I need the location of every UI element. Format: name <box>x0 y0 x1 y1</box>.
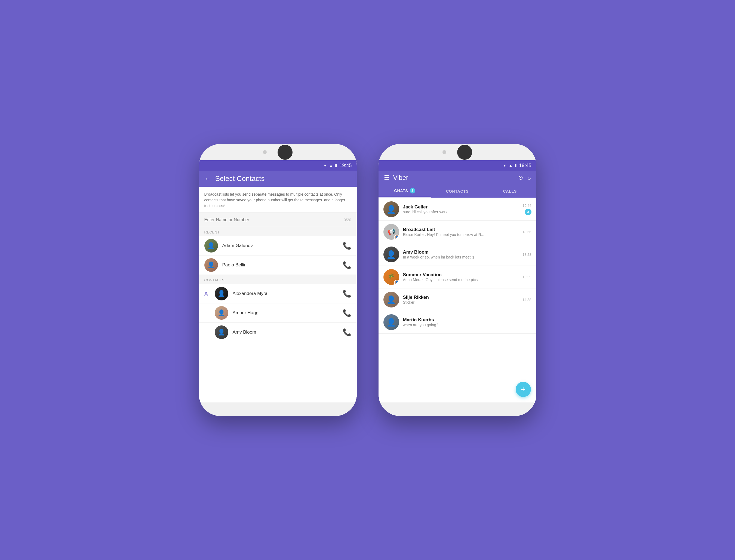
search-icon[interactable]: ⌕ <box>527 174 531 181</box>
recent-section-header: RECENT <box>199 227 357 236</box>
broadcast-name: Broadcast List <box>403 227 519 232</box>
back-button[interactable]: ← <box>204 175 211 183</box>
front-camera-2 <box>442 150 446 154</box>
status-bar-1: ▼ ▲ ▮ 19:45 <box>199 160 357 171</box>
amy-name: Amy Bloom <box>233 330 338 335</box>
broadcast-message: Eloise Koiller: Hey! I'll meet you tomor… <box>403 232 519 237</box>
phone-1: ▼ ▲ ▮ 19:45 ← Select Contacts Broadcast … <box>199 144 357 416</box>
chat-summer-vacation[interactable]: 🌴 👤 Summer Vacation Anna Meraz: Guys! pl… <box>379 266 536 288</box>
tab-contacts-label: CONTACTS <box>446 189 469 193</box>
phone-1-screen: ▼ ▲ ▮ 19:45 ← Select Contacts Broadcast … <box>199 160 357 402</box>
search-input[interactable] <box>204 217 344 222</box>
chat-list-container: 👤 Jack Geller sure, i'll call you after … <box>379 198 536 402</box>
silje-content: Silje Rikken Sticker <box>403 295 519 304</box>
recent-contact-paolo[interactable]: 👤 Paolo Bellini 📞 <box>199 256 357 275</box>
broadcast-avatar: 📢 👤 <box>383 224 399 240</box>
qr-icon[interactable]: ⊙ <box>518 174 523 181</box>
tab-contacts[interactable]: CONTACTS <box>431 185 484 198</box>
header-icons: ⊙ ⌕ <box>518 174 531 181</box>
summer-message: Anna Meraz: Guys! please send me the pic… <box>403 278 519 282</box>
phone-2-bottom <box>379 402 536 416</box>
contact-amber[interactable]: 👤 Amber Hagg 📞 <box>199 303 357 323</box>
speaker <box>278 145 293 160</box>
menu-icon[interactable]: ☰ <box>384 174 389 181</box>
adam-name: Adam Galunov <box>222 243 338 248</box>
battery-icon-2: ▮ <box>515 163 517 168</box>
amy-meta: 18:28 <box>522 253 531 257</box>
phone-1-top-bar <box>199 144 357 160</box>
chat-martin-kuerbs[interactable]: 👤 Martin Kuerbs when are you going? <box>379 311 536 334</box>
martin-message: when are you going? <box>403 323 528 327</box>
viber-icon-adam: 📞 <box>343 242 351 250</box>
jack-unread: 3 <box>525 209 531 215</box>
letter-a: A <box>204 291 210 297</box>
chat-amy-bloom[interactable]: 👤 Amy Bloom In a week or so, when im bac… <box>379 243 536 266</box>
summer-time: 16:55 <box>522 275 531 279</box>
paolo-name: Paolo Bellini <box>222 262 338 268</box>
contact-amy[interactable]: 👤 Amy Bloom 📞 <box>199 323 357 342</box>
summer-content: Summer Vacation Anna Meraz: Guys! please… <box>403 272 519 282</box>
jack-meta: 19:44 3 <box>522 204 531 215</box>
tab-calls[interactable]: CALLS <box>484 185 536 198</box>
signal-icon-2: ▲ <box>509 163 513 168</box>
viber-title: Viber <box>393 174 518 181</box>
jack-message: sure, i'll call you after work <box>403 210 519 214</box>
jack-avatar: 👤 <box>383 201 399 217</box>
amber-avatar: 👤 <box>215 306 228 320</box>
amy-chat-name: Amy Bloom <box>403 250 519 255</box>
silje-time: 14:38 <box>522 298 531 302</box>
amy-chat-avatar: 👤 <box>383 247 399 262</box>
chat-jack-geller[interactable]: 👤 Jack Geller sure, i'll call you after … <box>379 198 536 221</box>
amy-chat-message: In a week or so, when im back lets meet … <box>403 255 519 259</box>
paolo-avatar: 👤 <box>204 258 218 272</box>
search-bar[interactable]: 0/20 <box>199 213 357 227</box>
recent-contact-adam[interactable]: 👤 Adam Galunov 📞 <box>199 236 357 256</box>
viber-icon-amy: 📞 <box>343 328 351 337</box>
tab-chats-label: CHATS <box>394 189 408 193</box>
broadcast-info: Broadcast lists let you send separate me… <box>199 187 357 213</box>
phone-2: ▼ ▲ ▮ 19:45 ☰ Viber ⊙ ⌕ CHATS 3 CONTACTS <box>379 144 536 416</box>
jack-content: Jack Geller sure, i'll call you after wo… <box>403 204 519 214</box>
wifi-icon-2: ▼ <box>503 163 507 168</box>
silje-avatar: 👤 <box>383 292 399 307</box>
viber-icon-paolo: 📞 <box>343 261 351 269</box>
tab-chats[interactable]: CHATS 3 <box>379 185 431 198</box>
summer-meta: 16:55 <box>522 275 531 279</box>
martin-avatar: 👤 <box>383 314 399 330</box>
phone-2-screen: ▼ ▲ ▮ 19:45 ☰ Viber ⊙ ⌕ CHATS 3 CONTACTS <box>379 160 536 402</box>
amy-content: Amy Bloom In a week or so, when im back … <box>403 250 519 259</box>
adam-avatar: 👤 <box>204 239 218 253</box>
alexandera-avatar: 👤 <box>215 287 228 300</box>
summer-avatar: 🌴 👤 <box>383 269 399 285</box>
recent-label: RECENT <box>204 230 220 234</box>
broadcast-content: Broadcast List Eloise Koiller: Hey! I'll… <box>403 227 519 237</box>
status-time-2: 19:45 <box>519 163 531 168</box>
amy-avatar: 👤 <box>215 325 228 339</box>
broadcast-time: 18:56 <box>522 230 531 234</box>
contacts-label: CONTACTS <box>204 278 225 282</box>
chat-broadcast-list[interactable]: 📢 👤 Broadcast List Eloise Koiller: Hey! … <box>379 221 536 243</box>
alexandera-name: Alexandera Myra <box>233 291 338 296</box>
wifi-icon: ▼ <box>323 163 327 168</box>
status-bar-2: ▼ ▲ ▮ 19:45 <box>379 160 536 171</box>
martin-name: Martin Kuerbs <box>403 317 528 323</box>
viber-header: ☰ Viber ⊙ ⌕ <box>379 171 536 185</box>
martin-content: Martin Kuerbs when are you going? <box>403 317 528 327</box>
chat-list: 👤 Jack Geller sure, i'll call you after … <box>379 198 536 402</box>
status-time-1: 19:45 <box>339 163 352 168</box>
silje-message: Sticker <box>403 300 519 304</box>
tab-calls-label: CALLS <box>503 189 517 193</box>
phone-1-bottom <box>199 402 357 416</box>
battery-icon: ▮ <box>335 163 337 168</box>
signal-icon: ▲ <box>329 163 333 168</box>
broadcast-description: Broadcast lists let you send separate me… <box>204 192 351 209</box>
silje-meta: 14:38 <box>522 298 531 302</box>
compose-fab[interactable]: + <box>516 382 531 397</box>
jack-name: Jack Geller <box>403 204 519 210</box>
amy-time: 18:28 <box>522 253 531 257</box>
page-title: Select Contacts <box>215 174 351 183</box>
chat-silje-rikken[interactable]: 👤 Silje Rikken Sticker 14:38 <box>379 288 536 311</box>
search-counter: 0/20 <box>344 218 351 222</box>
contact-alexandera[interactable]: A 👤 Alexandera Myra 📞 <box>199 284 357 303</box>
viber-icon-amber: 📞 <box>343 309 351 317</box>
